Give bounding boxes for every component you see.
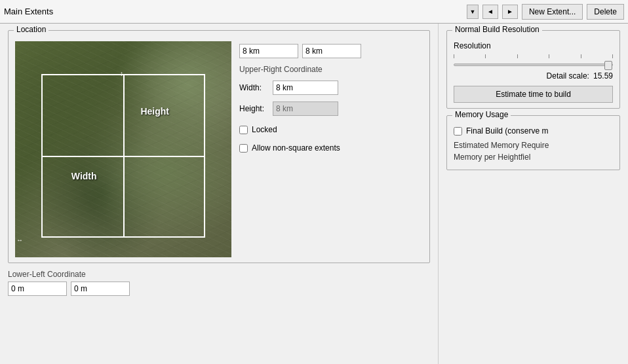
width-input[interactable] [273,81,338,95]
prev-button[interactable]: ◄ [482,5,498,19]
detail-scale-label: Detail scale: [547,71,589,81]
tick-4 [549,54,549,58]
upper-right-x-input[interactable] [239,44,298,58]
final-build-label: Final Build (conserve m [466,126,548,136]
lower-left-y-input[interactable] [71,282,130,296]
resolution-slider-container [454,54,613,66]
location-inputs: Upper-Right Coordinate Width: Height: [239,41,423,257]
final-build-row: Final Build (conserve m [454,126,613,136]
tick-1 [454,54,454,58]
upper-right-coord-label: Upper-Right Coordinate [239,65,423,74]
lower-left-coord-row [8,282,430,296]
tick-3 [517,54,518,58]
tick-6 [612,54,613,58]
map-width-label: Width [71,171,97,181]
slider-ticks [454,54,613,58]
extents-dropdown[interactable]: ▼ [467,5,479,19]
next-button[interactable]: ► [502,5,518,19]
lower-left-coord-label: Lower-Left Coordinate [8,270,430,279]
location-group-title: Location [14,25,49,34]
memory-group-title: Memory Usage [452,110,511,119]
map-arrow-bottom-icon: ↔ [16,236,23,244]
right-panel: Normal Build Resolution Resolution [438,24,628,364]
width-row: Width: [239,81,423,95]
estimate-time-button[interactable]: Estimate time to build [454,86,613,103]
map-container: Height Width ↕ ↔ [15,41,231,257]
resolution-label: Resolution [454,41,613,50]
locked-label: Locked [252,125,277,134]
locked-checkbox[interactable] [239,126,248,134]
memory-group: Memory Usage Final Build (conserve m Est… [446,115,620,170]
left-panel: Location Height Width ↕ ↔ [0,24,438,364]
main-content: Location Height Width ↕ ↔ [0,24,628,364]
resolution-slider-track[interactable] [454,64,613,66]
memory-per-label: Memory per Heightfiel [454,153,530,162]
toolbar-title: Main Extents [4,7,463,16]
estimated-memory-label: Estimated Memory Require [454,141,549,150]
location-panel: Height Width ↕ ↔ Upper-Right Coordinate [15,41,423,257]
memory-per-row: Memory per Heightfiel [454,153,613,162]
final-build-checkbox[interactable] [454,127,462,136]
new-extent-button[interactable]: New Extent... [522,4,583,20]
height-row: Height: [239,101,423,116]
non-square-checkbox[interactable] [239,144,248,153]
non-square-label: Allow non-square extents [252,143,340,153]
resolution-group-title: Normal Build Resolution [452,25,542,34]
tick-5 [581,54,581,58]
toolbar: Main Extents ▼ ◄ ► New Extent... Delete [0,0,628,24]
map-selection-rect [41,74,205,238]
lower-left-x-input[interactable] [8,282,67,296]
map-arrow-top-icon: ↕ [120,70,123,77]
height-label: Height: [239,104,269,113]
upper-right-y-input[interactable] [302,44,361,58]
detail-scale-value: 15.59 [593,71,613,81]
resolution-group: Normal Build Resolution Resolution [446,30,620,109]
map-height-label: Height [140,106,169,117]
estimated-memory-row: Estimated Memory Require [454,141,613,150]
resolution-slider-thumb[interactable] [604,61,612,70]
height-input[interactable] [273,101,338,116]
width-label: Width: [239,83,269,92]
map-vertical-line [123,75,125,236]
delete-button[interactable]: Delete [587,4,624,20]
detail-scale-row: Detail scale: 15.59 [454,71,613,81]
locked-row: Locked [239,125,423,134]
location-group: Location Height Width ↕ ↔ [8,30,430,263]
lower-left-section: Lower-Left Coordinate [8,270,430,296]
upper-right-coord-row [239,44,423,58]
non-square-row: Allow non-square extents [239,143,423,153]
tick-2 [485,54,486,58]
